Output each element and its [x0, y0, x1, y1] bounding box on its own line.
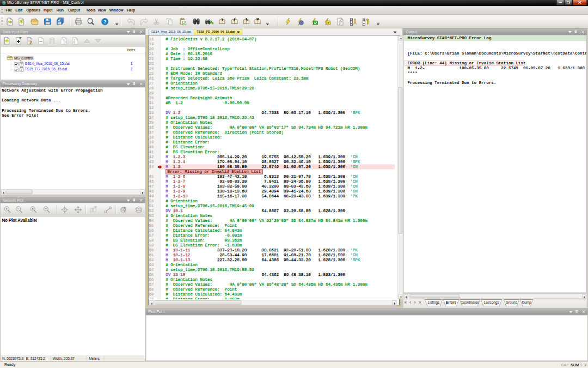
- svg-text:?: ?: [103, 19, 107, 25]
- svg-text:?: ?: [327, 21, 329, 25]
